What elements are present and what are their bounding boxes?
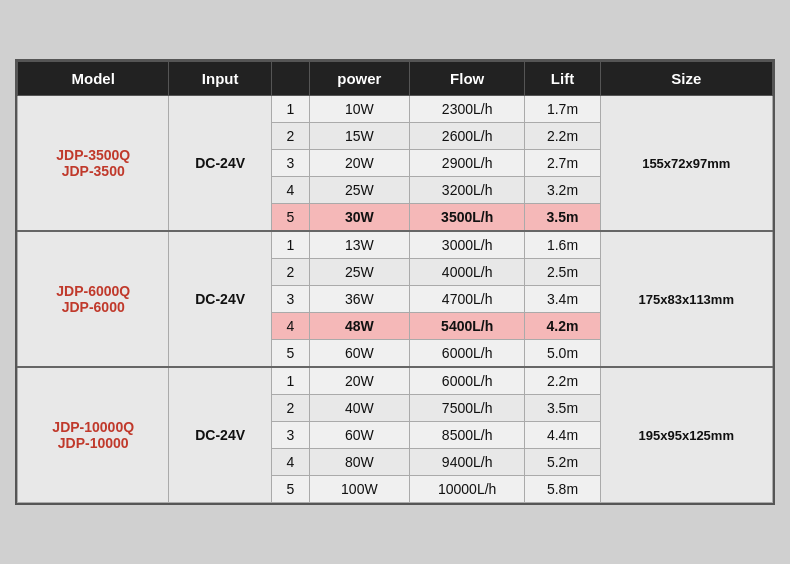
lift-cell: 3.5m xyxy=(525,204,600,232)
lift-cell: 4.2m xyxy=(525,313,600,340)
input-cell-1: DC-24V xyxy=(169,231,271,367)
speed-cell: 4 xyxy=(271,313,309,340)
flow-cell: 2900L/h xyxy=(409,150,525,177)
speed-cell: 1 xyxy=(271,367,309,395)
model-cell-1: JDP-6000Q JDP-6000 xyxy=(18,231,169,367)
power-cell: 25W xyxy=(309,259,409,286)
speed-cell: 1 xyxy=(271,96,309,123)
flow-cell: 2600L/h xyxy=(409,123,525,150)
speed-cell: 4 xyxy=(271,177,309,204)
size-cell-0: 155x72x97mm xyxy=(600,96,772,232)
flow-cell: 9400L/h xyxy=(409,449,525,476)
header-power: power xyxy=(309,62,409,96)
speed-cell: 3 xyxy=(271,286,309,313)
speed-cell: 5 xyxy=(271,340,309,368)
flow-cell: 7500L/h xyxy=(409,395,525,422)
power-cell: 20W xyxy=(309,367,409,395)
flow-cell: 4700L/h xyxy=(409,286,525,313)
power-cell: 100W xyxy=(309,476,409,503)
speed-cell: 3 xyxy=(271,422,309,449)
header-size: Size xyxy=(600,62,772,96)
lift-cell: 5.8m xyxy=(525,476,600,503)
lift-cell: 4.4m xyxy=(525,422,600,449)
power-cell: 60W xyxy=(309,340,409,368)
pump-specs-table: Model Input power Flow Lift Size JDP-350… xyxy=(15,59,775,505)
power-cell: 48W xyxy=(309,313,409,340)
header-speed xyxy=(271,62,309,96)
input-cell-0: DC-24V xyxy=(169,96,271,232)
power-cell: 15W xyxy=(309,123,409,150)
model-cell-2: JDP-10000Q JDP-10000 xyxy=(18,367,169,503)
flow-cell: 10000L/h xyxy=(409,476,525,503)
speed-cell: 2 xyxy=(271,259,309,286)
power-cell: 20W xyxy=(309,150,409,177)
power-cell: 30W xyxy=(309,204,409,232)
header-model: Model xyxy=(18,62,169,96)
power-cell: 36W xyxy=(309,286,409,313)
lift-cell: 2.5m xyxy=(525,259,600,286)
flow-cell: 2300L/h xyxy=(409,96,525,123)
size-cell-1: 175x83x113mm xyxy=(600,231,772,367)
lift-cell: 3.4m xyxy=(525,286,600,313)
lift-cell: 3.2m xyxy=(525,177,600,204)
header-flow: Flow xyxy=(409,62,525,96)
power-cell: 80W xyxy=(309,449,409,476)
header-lift: Lift xyxy=(525,62,600,96)
lift-cell: 3.5m xyxy=(525,395,600,422)
power-cell: 60W xyxy=(309,422,409,449)
flow-cell: 6000L/h xyxy=(409,340,525,368)
input-cell-2: DC-24V xyxy=(169,367,271,503)
power-cell: 40W xyxy=(309,395,409,422)
power-cell: 10W xyxy=(309,96,409,123)
speed-cell: 5 xyxy=(271,204,309,232)
flow-cell: 3500L/h xyxy=(409,204,525,232)
speed-cell: 1 xyxy=(271,231,309,259)
flow-cell: 6000L/h xyxy=(409,367,525,395)
speed-cell: 2 xyxy=(271,395,309,422)
header-input: Input xyxy=(169,62,271,96)
lift-cell: 2.2m xyxy=(525,367,600,395)
speed-cell: 4 xyxy=(271,449,309,476)
flow-cell: 5400L/h xyxy=(409,313,525,340)
speed-cell: 2 xyxy=(271,123,309,150)
flow-cell: 3000L/h xyxy=(409,231,525,259)
power-cell: 25W xyxy=(309,177,409,204)
flow-cell: 3200L/h xyxy=(409,177,525,204)
speed-cell: 3 xyxy=(271,150,309,177)
lift-cell: 2.7m xyxy=(525,150,600,177)
flow-cell: 4000L/h xyxy=(409,259,525,286)
model-cell-0: JDP-3500Q JDP-3500 xyxy=(18,96,169,232)
lift-cell: 1.6m xyxy=(525,231,600,259)
lift-cell: 5.0m xyxy=(525,340,600,368)
flow-cell: 8500L/h xyxy=(409,422,525,449)
lift-cell: 1.7m xyxy=(525,96,600,123)
lift-cell: 2.2m xyxy=(525,123,600,150)
size-cell-2: 195x95x125mm xyxy=(600,367,772,503)
power-cell: 13W xyxy=(309,231,409,259)
speed-cell: 5 xyxy=(271,476,309,503)
lift-cell: 5.2m xyxy=(525,449,600,476)
